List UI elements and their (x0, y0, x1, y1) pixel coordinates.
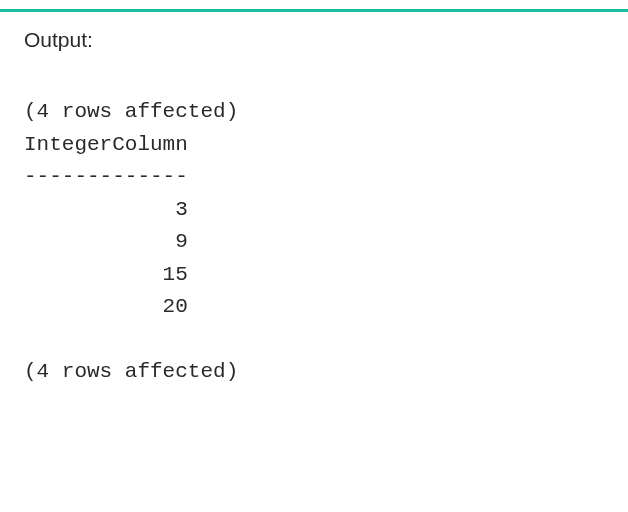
output-block: Output: (4 rows affected) IntegerColumn … (0, 0, 628, 389)
column-header: IntegerColumn (24, 133, 188, 156)
accent-top-border (0, 9, 628, 12)
value-row: 20 (24, 295, 188, 318)
rows-affected-bottom: (4 rows affected) (24, 360, 238, 383)
value-row: 15 (24, 263, 188, 286)
rows-affected-top: (4 rows affected) (24, 100, 238, 123)
console-output: (4 rows affected) IntegerColumn --------… (24, 96, 604, 389)
output-label: Output: (24, 28, 604, 52)
value-row: 3 (24, 198, 188, 221)
column-separator: ------------- (24, 165, 188, 188)
value-row: 9 (24, 230, 188, 253)
